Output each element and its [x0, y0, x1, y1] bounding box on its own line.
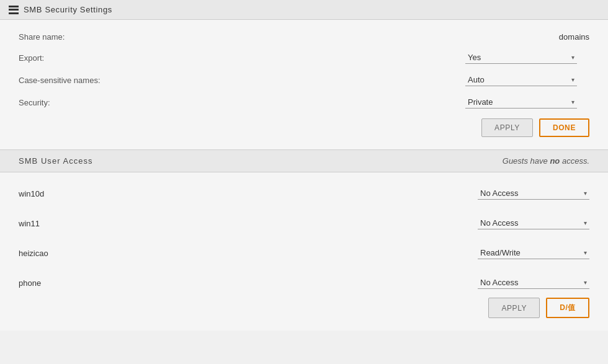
page-title: SMB Security Settings	[24, 5, 112, 14]
security-arrow: ▾	[571, 99, 574, 105]
form-apply-button[interactable]: APPLY	[481, 118, 533, 137]
export-arrow: ▾	[571, 54, 574, 61]
user-access-header: SMB User Access Guests have no access.	[0, 149, 608, 172]
security-row: Security: Private ▾	[19, 96, 589, 109]
case-sensitive-arrow: ▾	[571, 76, 574, 83]
windows-icon	[9, 6, 19, 14]
export-select[interactable]: Yes ▾	[465, 51, 577, 64]
user-access-value-0: No Access	[480, 189, 518, 198]
user-row-2: heizicao Read/Write ▾	[19, 238, 589, 259]
security-value: Private	[468, 97, 493, 107]
user-apply-button[interactable]: APPLY	[488, 298, 540, 318]
export-row: Export: Yes ▾	[19, 51, 589, 64]
user-access-select-3[interactable]: No Access ▾	[478, 277, 589, 289]
user-name-2: heizicao	[19, 249, 118, 258]
user-name-3: phone	[19, 278, 118, 288]
security-label: Security:	[19, 98, 118, 107]
user-arrow-0: ▾	[584, 190, 587, 197]
user-arrow-3: ▾	[584, 279, 587, 286]
user-access-buttons-row: APPLY D/值	[19, 298, 589, 318]
case-sensitive-value: Auto	[468, 75, 485, 84]
user-access-value-2: Read/Write	[480, 248, 521, 257]
share-name-row: Share name: domains	[19, 32, 589, 42]
user-row-1: win11 No Access ▾	[19, 208, 589, 229]
form-done-button[interactable]: DONE	[539, 118, 589, 137]
export-label: Export:	[19, 53, 118, 63]
export-select-wrapper: Yes ▾	[465, 51, 589, 64]
case-sensitive-label: Case-sensitive names:	[19, 76, 118, 85]
user-access-value-1: No Access	[480, 218, 518, 228]
title-bar: SMB Security Settings	[0, 0, 608, 20]
user-arrow-2: ▾	[584, 249, 587, 256]
settings-section: Share name: domains Export: Yes ▾ Case-s…	[0, 20, 608, 149]
case-sensitive-select[interactable]: Auto ▾	[465, 74, 577, 86]
user-access-value-3: No Access	[480, 278, 518, 287]
user-row-0: win10d No Access ▾	[19, 179, 589, 200]
guest-note-prefix: Guests have	[503, 156, 548, 166]
case-sensitive-select-wrapper: Auto ▾	[465, 74, 589, 86]
guest-note-no: no	[550, 156, 560, 166]
case-sensitive-row: Case-sensitive names: Auto ▾	[19, 74, 589, 86]
user-access-select-1[interactable]: No Access ▾	[478, 217, 589, 229]
guest-note: Guests have no access.	[503, 156, 589, 166]
user-access-select-0[interactable]: No Access ▾	[478, 187, 589, 200]
user-access-select-2[interactable]: Read/Write ▾	[478, 247, 589, 259]
share-name-value: domains	[557, 32, 589, 42]
security-select[interactable]: Private ▾	[465, 96, 577, 109]
share-name-label: Share name:	[19, 32, 118, 42]
security-select-wrapper: Private ▾	[465, 96, 589, 109]
user-done-button[interactable]: D/值	[546, 298, 589, 318]
user-row-3: phone No Access ▾	[19, 268, 589, 289]
form-buttons-row: APPLY DONE	[19, 118, 589, 137]
user-access-heading: SMB User Access	[19, 156, 93, 166]
user-name-1: win11	[19, 219, 118, 228]
user-access-section: win10d No Access ▾ win11 No Access ▾ hei…	[0, 172, 608, 331]
user-name-0: win10d	[19, 189, 118, 198]
guest-note-suffix: access.	[562, 156, 589, 166]
user-arrow-1: ▾	[584, 220, 587, 226]
export-value: Yes	[468, 53, 481, 62]
